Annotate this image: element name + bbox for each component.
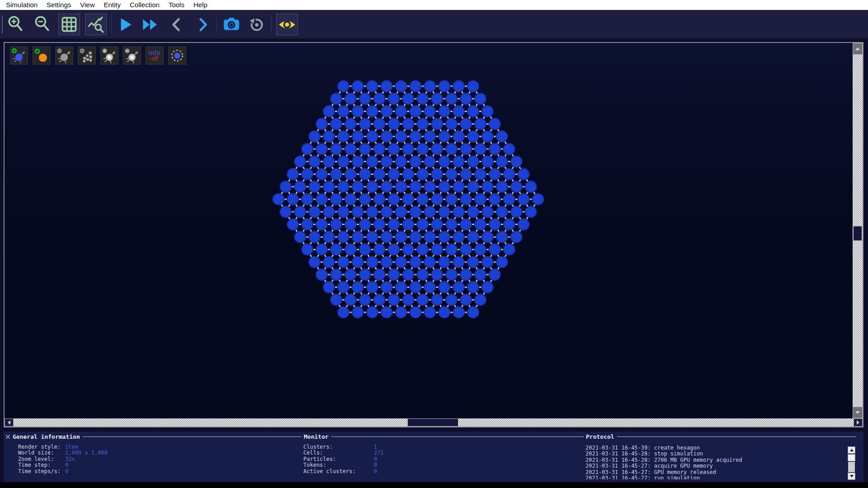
menu-view[interactable]: View: [75, 0, 99, 10]
toolbar-separator: [271, 14, 272, 34]
delete-particles-button[interactable]: [78, 47, 96, 65]
stat-row: Time steps/s:0: [18, 469, 108, 474]
step-back-button[interactable]: [166, 14, 188, 35]
menu-simulation[interactable]: Simulation: [1, 0, 42, 10]
stat-value: item: [65, 444, 78, 450]
stat-value: 0: [65, 468, 68, 474]
grid-icon: [60, 15, 79, 34]
stat-value: 1,000 x 1,000: [65, 450, 108, 456]
log-entry: 2021-03-31 16-45-28: stop simulation: [585, 451, 848, 457]
close-panel-icon[interactable]: [5, 434, 10, 439]
monitor-graph-button[interactable]: [85, 14, 107, 35]
general-panel-title: General information: [13, 433, 299, 440]
world-canvas[interactable]: info off: [5, 43, 853, 418]
horizontal-scrollbar: [5, 418, 863, 427]
restore-button[interactable]: [246, 14, 268, 35]
protocol-scrollbar: [848, 446, 855, 480]
add-cell-button[interactable]: [10, 47, 28, 65]
info-toggle-button[interactable]: info off: [146, 47, 164, 65]
panel-title-rule: [617, 436, 856, 437]
stat-label: World size:: [18, 450, 65, 456]
stat-value: 32x: [65, 456, 75, 462]
protocol-panel-title: Protocol: [580, 433, 856, 440]
menu-collection[interactable]: Collection: [125, 0, 164, 10]
editor-toggle-button[interactable]: [276, 14, 298, 35]
delete-cell-icon: [56, 47, 73, 64]
scroll-down-button[interactable]: [853, 407, 863, 418]
general-information-panel: General information Render style:itemWor…: [13, 432, 299, 482]
stat-label: Active clusters:: [303, 469, 374, 474]
log-entry: 2021-03-31 16-45-27: run simulation: [585, 475, 848, 479]
panel-title-rule: [83, 436, 299, 437]
step-forward-button[interactable]: [192, 14, 213, 35]
snapshot-button[interactable]: [221, 14, 242, 35]
down-arrow-icon: [850, 475, 854, 478]
scroll-up-button[interactable]: [853, 43, 863, 55]
protocol-log: 2021-03-31 16-45-39: create hexagon2021-…: [585, 445, 848, 479]
chevron-right-icon: [193, 15, 212, 34]
stat-label: Tokens:: [303, 462, 374, 468]
info-toggle-state: off: [151, 56, 158, 62]
eye-icon: [278, 15, 297, 34]
horizontal-scroll-thumb[interactable]: [407, 418, 458, 427]
stat-row: Clusters:1: [303, 444, 384, 450]
stat-value: 271: [374, 450, 384, 456]
panel-title-lead-rule: [298, 436, 302, 437]
toolbar-grip[interactable]: [2, 15, 3, 33]
zoom-in-button[interactable]: [5, 14, 27, 35]
menu-tools[interactable]: Tools: [164, 0, 189, 10]
zoom-out-button[interactable]: [32, 14, 53, 35]
world-view-frame: info off: [4, 42, 863, 427]
stat-label: Zoom level:: [18, 456, 65, 462]
status-area: General information Render style:itemWor…: [4, 432, 863, 482]
protocol-scroll-track[interactable]: [848, 462, 855, 472]
protocol-scroll-down-button[interactable]: [848, 473, 855, 480]
vertical-scroll-thumb[interactable]: [853, 226, 862, 241]
toolbar-separator: [216, 14, 217, 34]
stat-label: Render style:: [18, 444, 65, 450]
protocol-panel: Protocol 2021-03-31 16-45-39: create hex…: [580, 432, 856, 482]
play-icon: [116, 15, 135, 34]
accelerate-button[interactable]: [139, 14, 161, 35]
delete-token-button[interactable]: [123, 47, 141, 65]
delete-particles-icon: [78, 47, 95, 64]
stat-row: Particles:0: [303, 456, 384, 462]
run-button[interactable]: [114, 14, 136, 35]
right-arrow-icon: [857, 420, 859, 425]
left-arrow-icon: [8, 420, 10, 425]
stat-row: Active clusters:0: [303, 469, 384, 474]
grid-toggle-button[interactable]: [58, 14, 80, 35]
monitor-panel: Monitor Clusters:1Cells:271Particles:0To…: [298, 432, 581, 482]
stat-row: Cells:271: [303, 450, 384, 456]
menu-settings[interactable]: Settings: [42, 0, 75, 10]
monitor-panel-title: Monitor: [298, 433, 581, 440]
world-svg: [5, 43, 853, 418]
menu-entity[interactable]: Entity: [99, 0, 126, 10]
add-particle-icon: [33, 47, 50, 64]
panel-title-text: General information: [13, 433, 80, 440]
stat-value: 1: [374, 444, 377, 450]
stat-label: Clusters:: [303, 444, 374, 450]
down-arrow-icon: [855, 411, 860, 414]
add-token-icon: [101, 47, 118, 64]
stat-label: Cells:: [303, 450, 374, 456]
vertical-scrollbar: [853, 43, 863, 418]
scroll-right-button[interactable]: [854, 418, 863, 427]
show-selection-button[interactable]: [168, 47, 186, 65]
stat-value: 0: [374, 468, 377, 474]
protocol-scroll-thumb[interactable]: [848, 454, 855, 461]
panel-title-rule: [331, 436, 581, 437]
app-window: SimulationSettingsViewEntityCollectionTo…: [0, 0, 868, 488]
log-entry: 2021-03-31 16-45-39: create hexagon: [585, 445, 848, 451]
show-selection-icon: [169, 47, 186, 64]
main-toolbar: [0, 10, 868, 38]
panel-title-text: Protocol: [586, 433, 614, 440]
up-arrow-icon: [855, 47, 860, 50]
add-token-button[interactable]: [100, 47, 118, 65]
delete-cell-button[interactable]: [55, 47, 73, 65]
scroll-left-button[interactable]: [5, 418, 14, 427]
monitor-rows: Clusters:1Cells:271Particles:0Tokens:0Ac…: [303, 444, 384, 474]
add-particle-button[interactable]: [33, 47, 51, 65]
protocol-scroll-up-button[interactable]: [848, 446, 855, 454]
menu-help[interactable]: Help: [189, 0, 212, 10]
